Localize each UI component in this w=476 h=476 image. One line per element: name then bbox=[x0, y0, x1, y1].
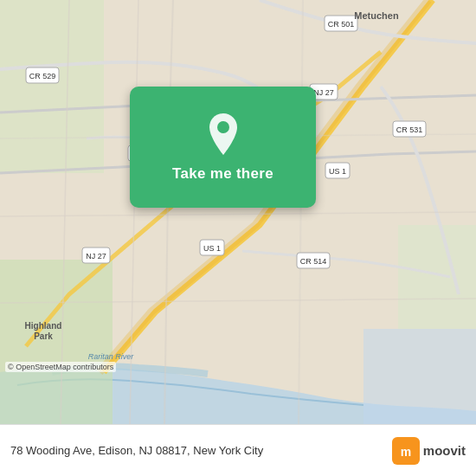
svg-text:US 1: US 1 bbox=[203, 244, 221, 253]
svg-text:Raritan River: Raritan River bbox=[88, 352, 135, 361]
svg-rect-4 bbox=[398, 225, 476, 329]
svg-text:Highland: Highland bbox=[25, 321, 62, 331]
bottom-bar: 78 Wooding Ave, Edison, NJ 08817, New Yo… bbox=[0, 424, 476, 476]
svg-text:Park: Park bbox=[34, 331, 53, 341]
svg-text:NJ 27: NJ 27 bbox=[313, 88, 334, 97]
svg-rect-2 bbox=[0, 260, 113, 424]
location-pin-icon bbox=[204, 112, 242, 157]
moovit-logo: m moovit bbox=[392, 437, 466, 465]
svg-text:CR 501: CR 501 bbox=[328, 20, 355, 29]
address-text: 78 Wooding Ave, Edison, NJ 08817, New Yo… bbox=[10, 444, 392, 457]
osm-attribution: © OpenStreetMap contributors bbox=[5, 362, 116, 372]
svg-text:CR 531: CR 531 bbox=[396, 125, 423, 134]
svg-point-31 bbox=[217, 121, 229, 133]
svg-text:CR 529: CR 529 bbox=[29, 72, 56, 80]
svg-text:NJ 27: NJ 27 bbox=[86, 252, 106, 261]
moovit-logo-text: moovit bbox=[423, 443, 466, 458]
svg-text:Metuchen: Metuchen bbox=[354, 10, 399, 21]
take-me-there-button[interactable]: Take me there bbox=[172, 165, 273, 183]
svg-text:m: m bbox=[401, 445, 411, 459]
action-card[interactable]: Take me there bbox=[130, 87, 316, 208]
svg-rect-1 bbox=[0, 0, 104, 173]
svg-text:US 1: US 1 bbox=[329, 167, 346, 176]
moovit-logo-icon: m bbox=[392, 437, 420, 465]
map-container: CR 501 CR 529 CR 529 NJ 27 CR 531 US 1 N… bbox=[0, 0, 476, 424]
map-svg: CR 501 CR 529 CR 529 NJ 27 CR 531 US 1 N… bbox=[0, 0, 476, 424]
svg-rect-3 bbox=[363, 329, 476, 424]
svg-text:CR 514: CR 514 bbox=[300, 257, 327, 266]
